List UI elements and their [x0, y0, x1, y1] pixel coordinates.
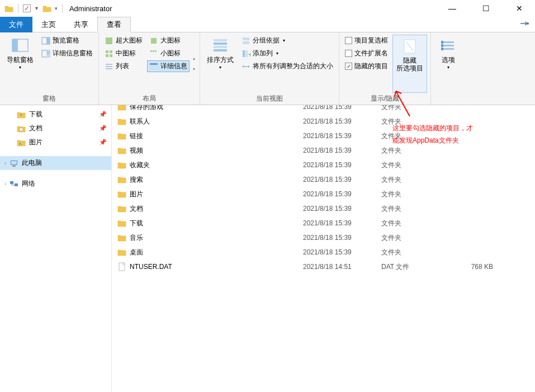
- file-name: NTUSER.DAT: [130, 263, 303, 271]
- file-name: 保存的游戏: [130, 105, 303, 112]
- label: 小图标: [160, 49, 181, 58]
- file-type: 文件夹: [381, 219, 448, 228]
- titlebar: ✓ ▼ ▾ Administrator — ☐ ✕: [0, 0, 535, 17]
- svg-rect-30: [243, 50, 245, 57]
- hide-selected-button[interactable]: 隐藏 所选项目: [392, 35, 427, 93]
- minimize-button[interactable]: —: [441, 4, 463, 13]
- dropdown-icon[interactable]: ▼: [34, 6, 39, 11]
- svg-rect-4: [46, 37, 50, 44]
- file-row[interactable]: 桌面2021/8/18 15:39文件夹: [112, 245, 535, 259]
- hidden-items-toggle[interactable]: 隐藏的项目: [343, 60, 390, 72]
- details-view-button[interactable]: 详细信息: [147, 60, 190, 72]
- nav-pane-button[interactable]: 导航窗格 ▾: [3, 35, 37, 93]
- file-row[interactable]: 图片2021/8/18 15:39文件夹: [112, 187, 535, 201]
- label: 将所有列调整为合适的大小: [253, 62, 333, 71]
- fit-icon: [242, 62, 250, 71]
- pin-icon: 📌: [99, 125, 107, 132]
- svg-rect-2: [12, 39, 18, 51]
- file-row[interactable]: 文档2021/8/18 15:39文件夹: [112, 201, 535, 216]
- sort-by-button[interactable]: 排序方式 ▾: [203, 35, 237, 93]
- svg-rect-47: [119, 263, 125, 271]
- annotation-text: 这里要勾选隐藏的项目，才 能发现AppData文件夹: [392, 122, 473, 147]
- separator: [18, 4, 18, 13]
- sidebar-item-this-pc[interactable]: › 此电脑: [0, 156, 111, 170]
- svg-rect-11: [110, 50, 112, 53]
- file-type: 文件夹: [381, 160, 448, 170]
- file-list[interactable]: 保存的游戏2021/8/18 15:39文件夹联系人2021/8/18 15:3…: [112, 105, 535, 392]
- svg-rect-31: [245, 50, 248, 57]
- svg-rect-12: [106, 54, 108, 57]
- qat-checkbox-icon[interactable]: ✓: [23, 4, 31, 12]
- preview-pane-button[interactable]: 预览窗格: [39, 35, 95, 46]
- file-date: 2021/8/18 15:39: [303, 205, 381, 212]
- file-date: 2021/8/18 15:39: [303, 161, 381, 169]
- maximize-button[interactable]: ☐: [475, 4, 497, 13]
- quick-access-toolbar: ✓ ▼ ▾: [4, 4, 64, 13]
- sidebar-item-pictures[interactable]: 图片📌: [0, 135, 111, 149]
- annotation-line1: 这里要勾选隐藏的项目，才: [392, 122, 473, 134]
- tab-home[interactable]: 主页: [32, 17, 65, 32]
- pin-ribbon-icon[interactable]: [519, 20, 529, 29]
- size-columns-button[interactable]: 将所有列调整为合适的大小: [239, 60, 335, 72]
- extra-large-icons-button[interactable]: 超大图标: [102, 35, 145, 46]
- annotation-arrow: [390, 86, 413, 119]
- file-row[interactable]: 收藏夹2021/8/18 15:39文件夹: [112, 158, 535, 172]
- options-button[interactable]: 选项 ▾: [434, 35, 462, 95]
- small-icons-button[interactable]: 小图标: [147, 48, 190, 59]
- tab-share[interactable]: 共享: [65, 17, 97, 32]
- window-title: Administrator: [69, 4, 112, 13]
- checkbox-icon: [345, 37, 352, 44]
- file-row[interactable]: 保存的游戏2021/8/18 15:39文件夹: [112, 105, 535, 114]
- file-row[interactable]: NTUSER.DAT2021/8/18 14:51DAT 文件768 KB: [112, 259, 535, 274]
- details-pane-button[interactable]: 详细信息窗格: [39, 48, 95, 59]
- label: 此电脑: [22, 158, 42, 168]
- folder-icon: [4, 4, 13, 12]
- add-columns-button[interactable]: +添加列▾: [239, 48, 335, 59]
- icon: [105, 62, 113, 71]
- group-by-button[interactable]: 分组依据▾: [239, 35, 335, 46]
- group-icon: [242, 36, 250, 45]
- file-row[interactable]: 音乐2021/8/18 15:39文件夹: [112, 230, 535, 245]
- svg-rect-20: [155, 50, 157, 52]
- sidebar-item-network[interactable]: › 网络: [0, 177, 111, 191]
- documents-icon: [17, 124, 26, 133]
- medium-icons-button[interactable]: 中图标: [102, 48, 145, 59]
- preview-pane-label: 预览窗格: [53, 36, 79, 45]
- item-checkboxes-toggle[interactable]: 项目复选框: [343, 35, 390, 46]
- hide-icon: [401, 37, 419, 55]
- folder-icon: [42, 4, 51, 12]
- file-extensions-toggle[interactable]: 文件扩展名: [343, 48, 390, 59]
- close-button[interactable]: ✕: [508, 4, 531, 13]
- file-type: 文件夹: [381, 190, 448, 199]
- label: 图片: [29, 138, 42, 147]
- pin-icon: 📌: [99, 139, 107, 146]
- tab-file[interactable]: 文件: [0, 17, 32, 32]
- large-icons-button[interactable]: 大图标: [147, 35, 190, 46]
- sort-icon: [211, 37, 229, 55]
- file-name: 文档: [130, 204, 303, 214]
- file-icon: [117, 117, 126, 126]
- nav-pane-label: 导航窗格: [7, 56, 34, 64]
- ribbon-group-panes: 导航窗格 ▾ 预览窗格 详细信息窗格 窗格: [0, 32, 99, 105]
- scroll-down-icon[interactable]: ▾: [193, 67, 195, 72]
- sidebar-item-downloads[interactable]: 下载📌: [0, 107, 111, 121]
- svg-rect-28: [243, 37, 249, 40]
- preview-pane-icon: [41, 36, 50, 45]
- dropdown-icon[interactable]: ▾: [55, 6, 58, 11]
- label: 列表: [116, 62, 129, 71]
- file-date: 2021/8/18 15:39: [303, 234, 381, 242]
- file-type: 文件夹: [381, 146, 448, 155]
- tab-view[interactable]: 查看: [97, 17, 131, 32]
- file-row[interactable]: 下载2021/8/18 15:39文件夹: [112, 216, 535, 230]
- list-button[interactable]: 列表: [102, 60, 145, 72]
- scroll-up-icon[interactable]: ▴: [193, 56, 195, 61]
- icon: [149, 36, 158, 45]
- file-row[interactable]: 搜索2021/8/18 15:39文件夹: [112, 172, 535, 187]
- svg-rect-9: [106, 37, 112, 44]
- svg-rect-27: [214, 49, 227, 51]
- sidebar-item-documents[interactable]: 文档📌: [0, 121, 111, 135]
- file-type: 文件夹: [381, 175, 448, 185]
- ribbon-group-show-hide: 项目复选框 文件扩展名 隐藏的项目 隐藏 所选项目 显示/隐藏: [339, 32, 431, 105]
- svg-rect-35: [443, 45, 454, 46]
- file-name: 下载: [130, 219, 303, 228]
